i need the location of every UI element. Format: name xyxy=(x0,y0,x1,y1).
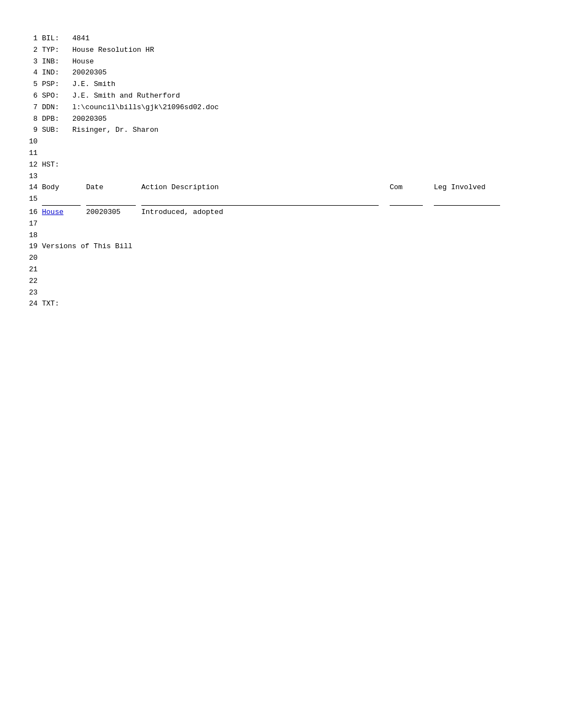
line-num-15: 15 xyxy=(22,194,38,205)
hst-label: HST: xyxy=(42,159,72,171)
house-link[interactable]: House xyxy=(42,208,63,216)
spo-label: SPO: xyxy=(42,90,72,102)
header-com: Com xyxy=(390,182,434,194)
dpb-label: DPB: xyxy=(42,114,72,125)
line-num-7: 7 xyxy=(22,102,38,114)
line-num-10: 10 xyxy=(22,136,38,148)
header-action: Action Description xyxy=(141,182,390,194)
header-body: Body xyxy=(42,182,86,194)
line-num-9: 9 xyxy=(22,125,38,136)
sep-date xyxy=(86,194,141,206)
sep-com xyxy=(390,194,434,206)
header-leg: Leg Involved xyxy=(434,182,517,194)
line-num-4: 4 xyxy=(22,67,38,79)
line-9: 9 SUB: Risinger, Dr. Sharon xyxy=(22,125,552,136)
line-2: 2 TYP: House Resolution HR xyxy=(22,45,552,56)
ind-value: 20020305 xyxy=(72,67,552,79)
ddn-label: DDN: xyxy=(42,102,72,114)
line-num-1: 1 xyxy=(22,33,38,45)
data-action: Introduced, adopted xyxy=(141,207,390,218)
line-7: 7 DDN: l:\council\bills\gjk\21096sd02.do… xyxy=(22,102,552,114)
line-num-6: 6 xyxy=(22,90,38,102)
line-num-3: 3 xyxy=(22,56,38,68)
line-19: 19 Versions of This Bill xyxy=(22,241,552,253)
line-num-20: 20 xyxy=(22,253,38,264)
line-num-16: 16 xyxy=(22,207,38,218)
line-num-11: 11 xyxy=(22,148,38,159)
line-1: 1 BIL: 4841 xyxy=(22,33,552,45)
line-num-17: 17 xyxy=(22,218,38,230)
line-3: 3 INB: House xyxy=(22,56,552,68)
line-24: 24 TXT: xyxy=(22,298,552,310)
line-num-8: 8 xyxy=(22,114,38,125)
line-16: 16 House 20020305 Introduced, adopted xyxy=(22,207,552,218)
bil-value: 4841 xyxy=(72,33,552,45)
psp-value: J.E. Smith xyxy=(72,79,552,90)
line-23: 23 xyxy=(22,287,552,299)
header-date: Date xyxy=(86,182,141,194)
ddn-value: l:\council\bills\gjk\21096sd02.doc xyxy=(72,102,552,114)
line-12: 12 HST: xyxy=(22,159,552,171)
typ-label: TYP: xyxy=(42,45,72,56)
line-num-14: 14 xyxy=(22,182,38,194)
line-15: 15 xyxy=(22,194,552,207)
line-18: 18 xyxy=(22,230,552,242)
line-num-12: 12 xyxy=(22,159,38,171)
dpb-value: 20020305 xyxy=(72,114,552,125)
bil-label: BIL: xyxy=(42,33,72,45)
data-date: 20020305 xyxy=(86,207,141,218)
txt-label: TXT: xyxy=(42,298,72,310)
line-10: 10 xyxy=(22,136,552,148)
line-8: 8 DPB: 20020305 xyxy=(22,114,552,125)
data-body[interactable]: House xyxy=(42,207,86,218)
line-num-19: 19 xyxy=(22,241,38,253)
line-21: 21 xyxy=(22,264,552,276)
line-num-21: 21 xyxy=(22,264,38,276)
line-num-22: 22 xyxy=(22,276,38,287)
sep-body xyxy=(42,194,86,206)
line-num-5: 5 xyxy=(22,79,38,90)
inb-label: INB: xyxy=(42,56,72,68)
sub-label: SUB: xyxy=(42,125,72,136)
sep-action xyxy=(141,194,390,206)
inb-value: House xyxy=(72,56,552,68)
versions-text: Versions of This Bill xyxy=(42,241,132,253)
line-num-2: 2 xyxy=(22,45,38,56)
line-num-24: 24 xyxy=(22,298,38,310)
line-20: 20 xyxy=(22,253,552,264)
main-content: 1 BIL: 4841 2 TYP: House Resolution HR 3… xyxy=(11,33,552,310)
spo-value: J.E. Smith and Rutherford xyxy=(72,90,552,102)
line-17: 17 xyxy=(22,218,552,230)
line-6: 6 SPO: J.E. Smith and Rutherford xyxy=(22,90,552,102)
line-num-23: 23 xyxy=(22,287,38,299)
typ-value: House Resolution HR xyxy=(72,45,552,56)
line-5: 5 PSP: J.E. Smith xyxy=(22,79,552,90)
sub-value: Risinger, Dr. Sharon xyxy=(72,125,552,136)
line-14: 14 Body Date Action Description Com Leg … xyxy=(22,182,552,194)
sep-leg xyxy=(434,194,517,206)
line-22: 22 xyxy=(22,276,552,287)
line-num-13: 13 xyxy=(22,171,38,183)
line-num-18: 18 xyxy=(22,230,38,242)
psp-label: PSP: xyxy=(42,79,72,90)
line-4: 4 IND: 20020305 xyxy=(22,67,552,79)
line-13: 13 xyxy=(22,171,552,183)
line-11: 11 xyxy=(22,148,552,159)
ind-label: IND: xyxy=(42,67,72,79)
